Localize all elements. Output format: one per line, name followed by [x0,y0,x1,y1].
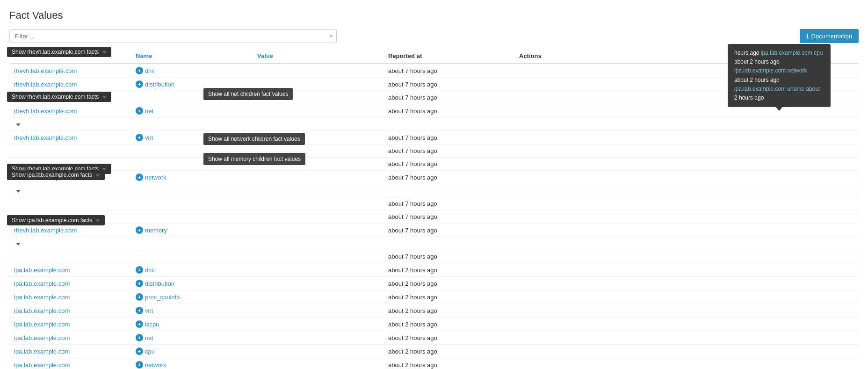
show-ipa-facts-btn-2[interactable]: Show ipa.lab.example.com facts [7,215,105,225]
tooltip-cpu-link[interactable]: ipa.lab.example.com cpu [761,50,823,56]
show-ipa-facts-btn-1[interactable]: Show ipa.lab.example.com facts [7,170,105,180]
fact-link[interactable]: +dmi [136,266,248,274]
fact-name: network [145,362,166,369]
fact-name: dmi [145,67,155,74]
fact-link[interactable]: +net [136,334,248,341]
show-rhevh-facts-btn-2[interactable]: Show rhevh.lab.example.com facts [7,92,111,102]
table-row: about 7 hours ago [9,145,859,158]
host-link[interactable]: ipa.lab.example.com [14,294,70,301]
expand-icon: + [136,293,143,301]
host-cell [9,145,131,158]
fact-link[interactable]: +network [136,174,248,181]
expand-icon: + [136,320,143,328]
actions-cell [514,158,859,171]
table-row: about 7 hours ago [9,250,859,263]
filter-input[interactable] [9,29,337,43]
host-cell: ipa.lab.example.com [9,331,131,345]
chevron-down-icon-4 [95,174,100,177]
documentation-button[interactable]: ℹ Documentation [800,29,859,43]
host-link[interactable]: rhevh.lab.example.com [14,108,77,115]
tooltip-uname-link[interactable]: ipa.lab.example.com uname about [734,86,820,92]
host-link[interactable]: ipa.lab.example.com [14,348,70,355]
actions-cell [514,210,859,224]
host-link[interactable]: ipa.lab.example.com [14,334,70,341]
host-cell: ipa.lab.example.com [9,290,131,304]
value-cell [253,64,383,78]
tooltip-arrow [776,107,782,111]
fact-cell: +net [131,104,253,118]
fact-name: virt [145,134,153,141]
value-cell [253,78,383,91]
page-title: Fact Values [9,9,859,22]
actions-cell [514,263,859,277]
actions-cell [514,171,859,184]
col-header-value[interactable]: Value [253,49,383,64]
expand-icon: + [136,334,143,341]
fact-cell: +dmi [131,263,253,277]
fact-link[interactable]: +lscpu [136,320,248,328]
actions-cell [514,197,859,210]
host-link[interactable]: ipa.lab.example.com [14,321,70,328]
expand-icon: + [136,174,143,181]
host-link[interactable]: ipa.lab.example.com [14,280,70,287]
reported-cell: about 7 hours ago [383,250,514,263]
host-cell: ipa.lab.example.com [9,277,131,290]
tooltip-popup: hours ago ipa.lab.example.com cpu about … [728,44,831,107]
host-cell [9,197,131,210]
fact-link[interactable]: +net [136,107,248,115]
reported-cell: about 7 hours ago [383,171,514,184]
reported-cell: about 7 hours ago [383,210,514,224]
host-link[interactable]: rhevh.lab.example.com [14,134,77,141]
expand-icon: + [136,80,143,88]
fact-link[interactable]: +proc_cpuinfo [136,293,248,301]
filter-clear-button[interactable]: × [329,32,333,40]
fact-link[interactable]: +dmi [136,67,248,74]
expand-row [9,184,859,197]
value-cell [253,197,383,210]
fact-cell: +lscpu [131,318,253,331]
fact-link[interactable]: +network [136,361,248,369]
value-cell [253,318,383,331]
host-link[interactable]: rhevh.lab.example.com [14,67,77,74]
fact-cell [131,158,253,171]
value-cell [253,210,383,224]
expand-icon: + [136,361,143,369]
value-cell [253,290,383,304]
fact-cell [131,91,253,104]
fact-name: memory [145,227,167,234]
actions-cell [514,358,859,369]
table-row: ipa.lab.example.com+lscpuabout 2 hours a… [9,318,859,331]
expand-row [9,237,859,250]
fact-cell: +distribution [131,78,253,91]
show-rhevh-facts-btn-1[interactable]: Show rhevh.lab.example.com facts [7,47,111,57]
fact-link[interactable]: +memory [136,226,248,234]
reported-cell: about 2 hours ago [383,304,514,318]
fact-link[interactable]: +virt [136,134,248,141]
host-link[interactable]: rhevh.lab.example.com [14,81,77,88]
host-link[interactable]: rhevh.lab.example.com [14,227,77,234]
col-header-reported[interactable]: Reported at [383,49,514,64]
host-link[interactable]: ipa.lab.example.com [14,267,70,274]
fact-name: network [145,174,166,181]
expand-icon: + [136,107,143,115]
reported-cell: about 2 hours ago [383,318,514,331]
tooltip-network-link[interactable]: ipa.lab.example.com network [734,67,807,74]
filter-container: × [9,29,337,43]
reported-cell: about 2 hours ago [383,331,514,345]
col-header-name[interactable]: Name [131,49,253,64]
host-link[interactable]: ipa.lab.example.com [14,362,70,369]
fact-link[interactable]: +distribution [136,280,248,287]
fact-name: distribution [145,280,174,287]
fact-cell [131,210,253,224]
value-cell [253,358,383,369]
host-cell: rhevh.lab.example.com [9,64,131,78]
fact-link[interactable]: +virt [136,307,248,314]
value-cell [253,104,383,118]
host-link[interactable]: ipa.lab.example.com [14,307,70,314]
fact-link[interactable]: +cpu [136,347,248,355]
fact-link[interactable]: +distribution [136,80,248,88]
actions-cell [514,131,859,145]
table-row: ipa.lab.example.com+cpuabout 2 hours ago [9,345,859,358]
chevron-down-icon-5 [95,219,100,222]
expand-icon: + [136,266,143,274]
